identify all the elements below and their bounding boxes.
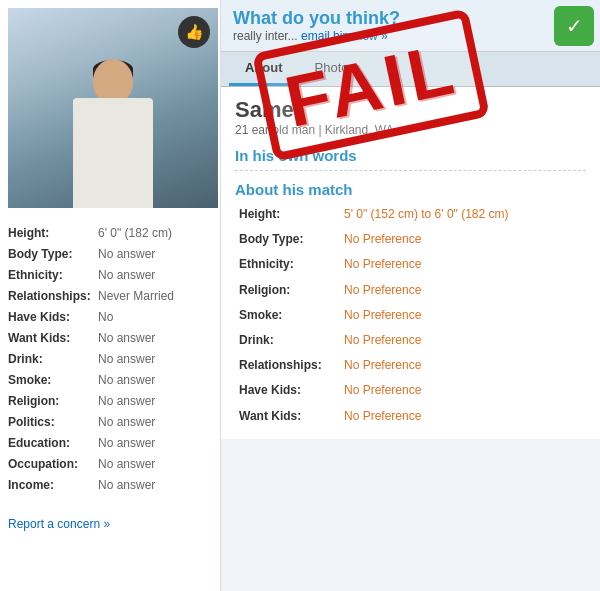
check-button[interactable]: ✓ — [554, 6, 594, 46]
stat-label: Smoke: — [8, 371, 98, 389]
stat-label: Want Kids: — [8, 329, 98, 347]
profile-meta: 21 ear old man | Kirkland, WA — [235, 123, 586, 137]
stat-value: No — [98, 308, 113, 326]
own-words-title: In his own words — [235, 147, 586, 164]
match-table: Height: 5' 0" (152 cm) to 6' 0" (182 cm)… — [235, 202, 586, 429]
what-think-banner: What do you think? really inter... email… — [221, 0, 600, 52]
stat-label: Have Kids: — [8, 308, 98, 326]
tab-photos[interactable]: Photos — [299, 52, 371, 86]
match-row: Have Kids: No Preference — [235, 378, 586, 403]
stat-row: Smoke: No answer — [8, 371, 212, 389]
match-row: Want Kids: No Preference — [235, 404, 586, 429]
stat-value: No answer — [98, 350, 155, 368]
match-value: No Preference — [340, 278, 586, 303]
stat-row: Want Kids: No answer — [8, 329, 212, 347]
stat-row: Ethnicity: No answer — [8, 266, 212, 284]
stat-row: Have Kids: No — [8, 308, 212, 326]
stat-row: Politics: No answer — [8, 413, 212, 431]
match-label: Ethnicity: — [235, 252, 340, 277]
report-concern-link[interactable]: Report a concern » — [0, 505, 220, 539]
match-label: Height: — [235, 202, 340, 227]
right-panel: What do you think? really inter... email… — [220, 0, 600, 591]
match-row: Smoke: No Preference — [235, 303, 586, 328]
stat-value: No answer — [98, 434, 155, 452]
stat-row: Height: 6' 0" (182 cm) — [8, 224, 212, 242]
tabs-row: About Photos — [221, 52, 600, 87]
email-him-link[interactable]: email him now » — [301, 29, 388, 43]
person-head — [93, 59, 133, 103]
stat-label: Ethnicity: — [8, 266, 98, 284]
stat-value: No answer — [98, 266, 155, 284]
stat-value: No answer — [98, 245, 155, 263]
stat-value: Never Married — [98, 287, 174, 305]
profile-name: Same — [235, 97, 586, 123]
match-value: No Preference — [340, 303, 586, 328]
person-jacket — [73, 98, 153, 208]
stat-row: Relationships: Never Married — [8, 287, 212, 305]
stat-label: Income: — [8, 476, 98, 494]
stat-value: No answer — [98, 329, 155, 347]
stat-row: Body Type: No answer — [8, 245, 212, 263]
divider-1 — [235, 170, 586, 171]
match-label: Religion: — [235, 278, 340, 303]
match-label: Want Kids: — [235, 404, 340, 429]
banner-subtitle: really inter... email him now » — [233, 29, 588, 43]
stat-value: 6' 0" (182 cm) — [98, 224, 172, 242]
match-row: Drink: No Preference — [235, 328, 586, 353]
match-row: Ethnicity: No Preference — [235, 252, 586, 277]
stat-value: No answer — [98, 392, 155, 410]
like-button[interactable]: 👍 — [178, 16, 210, 48]
stat-row: Income: No answer — [8, 476, 212, 494]
match-row: Height: 5' 0" (152 cm) to 6' 0" (182 cm) — [235, 202, 586, 227]
match-value: No Preference — [340, 328, 586, 353]
match-row: Relationships: No Preference — [235, 353, 586, 378]
match-value: No Preference — [340, 353, 586, 378]
stat-label: Drink: — [8, 350, 98, 368]
stat-label: Height: — [8, 224, 98, 242]
stat-row: Drink: No answer — [8, 350, 212, 368]
match-value: No Preference — [340, 378, 586, 403]
stat-label: Relationships: — [8, 287, 98, 305]
left-panel: 👍 Height: 6' 0" (182 cm) Body Type: No a… — [0, 0, 220, 591]
match-value: No Preference — [340, 227, 586, 252]
stat-label: Education: — [8, 434, 98, 452]
match-label: Body Type: — [235, 227, 340, 252]
match-row: Religion: No Preference — [235, 278, 586, 303]
profile-content: Same 21 ear old man | Kirkland, WA In hi… — [221, 87, 600, 439]
match-value: No Preference — [340, 404, 586, 429]
profile-photo-wrapper: 👍 — [8, 8, 218, 208]
banner-title: What do you think? — [233, 8, 588, 29]
stat-label: Politics: — [8, 413, 98, 431]
stat-label: Body Type: — [8, 245, 98, 263]
stat-row: Education: No answer — [8, 434, 212, 452]
match-label: Relationships: — [235, 353, 340, 378]
match-value: 5' 0" (152 cm) to 6' 0" (182 cm) — [340, 202, 586, 227]
stat-value: No answer — [98, 455, 155, 473]
stat-value: No answer — [98, 413, 155, 431]
stat-row: Religion: No answer — [8, 392, 212, 410]
profile-stats: Height: 6' 0" (182 cm) Body Type: No ans… — [0, 220, 220, 505]
match-label: Have Kids: — [235, 378, 340, 403]
stat-label: Occupation: — [8, 455, 98, 473]
stat-value: No answer — [98, 476, 155, 494]
match-row: Body Type: No Preference — [235, 227, 586, 252]
stat-value: No answer — [98, 371, 155, 389]
match-label: Smoke: — [235, 303, 340, 328]
match-label: Drink: — [235, 328, 340, 353]
tab-about[interactable]: About — [229, 52, 299, 86]
stat-row: Occupation: No answer — [8, 455, 212, 473]
match-value: No Preference — [340, 252, 586, 277]
stat-label: Religion: — [8, 392, 98, 410]
match-title: About his match — [235, 181, 586, 198]
